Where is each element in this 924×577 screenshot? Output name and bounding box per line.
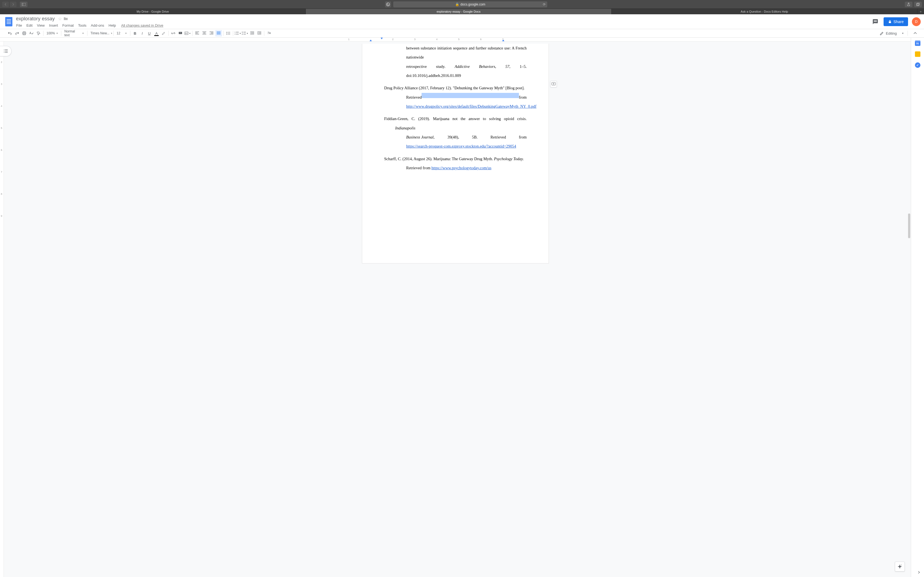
svg-text:A: A	[29, 32, 31, 35]
explore-button[interactable]: +	[895, 562, 905, 572]
tab-docs[interactable]: exploratory essay - Google Docs	[306, 9, 612, 14]
comments-button[interactable]	[871, 17, 880, 26]
menu-edit[interactable]: Edit	[24, 23, 34, 28]
new-tab-button[interactable]: +	[918, 9, 924, 14]
zoom-select[interactable]: 100%▼	[45, 30, 60, 37]
side-panel	[911, 38, 924, 577]
align-right-button[interactable]	[208, 30, 215, 37]
highlight-button[interactable]	[160, 30, 167, 37]
menu-help[interactable]: Help	[107, 23, 118, 28]
svg-text:+: +	[901, 564, 902, 566]
browser-toolbar: 🔒 docs.google.com ⟳	[0, 0, 924, 8]
document-title[interactable]: exploratory essay	[14, 15, 57, 22]
expand-side-panel-icon[interactable]	[918, 571, 920, 574]
horizontal-ruler[interactable]: 1 2 3 4 5 6 7	[0, 38, 911, 42]
insert-image-button[interactable]: ▼	[184, 30, 191, 37]
numbered-list-button[interactable]: 12▼	[234, 30, 241, 37]
docs-header: exploratory essay ☆ File Edit View Inser…	[0, 14, 924, 29]
insert-link-button[interactable]	[170, 30, 176, 37]
align-justify-button[interactable]	[215, 30, 222, 37]
right-indent[interactable]	[502, 40, 504, 41]
share-button[interactable]: Share	[884, 17, 908, 26]
url-bar[interactable]: 🔒 docs.google.com ⟳	[393, 2, 547, 7]
menu-format[interactable]: Format	[60, 23, 76, 28]
tab-drive[interactable]: My Drive - Google Drive	[0, 9, 306, 14]
svg-rect-4	[917, 3, 919, 5]
svg-text:2: 2	[234, 33, 236, 35]
reference-entry[interactable]: Fiddian-Green, C. (2019). Marijuana not …	[384, 114, 527, 151]
reference-link[interactable]: http://www.drugpolicy.org/sites/default/…	[406, 104, 536, 108]
font-size-select[interactable]: 12▼	[115, 30, 129, 37]
grammarly-extension[interactable]	[385, 2, 391, 7]
reference-entry[interactable]: Drug Policy Alliance (2017, February 12)…	[384, 84, 527, 111]
tab-help[interactable]: Ask a Question - Docs Editors Help	[612, 9, 918, 14]
increase-indent-button[interactable]	[256, 30, 263, 37]
browser-tabs: My Drive - Google Drive exploratory essa…	[0, 8, 924, 14]
menu-addons[interactable]: Add-ons	[89, 23, 106, 28]
sidebar-toggle[interactable]	[20, 2, 27, 7]
text-color-button[interactable]: A	[153, 30, 160, 37]
reload-icon[interactable]: ⟳	[543, 2, 546, 6]
underline-button[interactable]: U	[146, 30, 153, 37]
paragraph-style-select[interactable]: Normal text▼	[63, 30, 86, 37]
clear-formatting-button[interactable]: T	[266, 30, 272, 37]
align-center-button[interactable]	[201, 30, 208, 37]
tasks-addon-icon[interactable]	[915, 62, 921, 68]
url-text: docs.google.com	[460, 2, 485, 6]
calendar-addon-icon[interactable]	[915, 40, 921, 46]
insert-comment-button[interactable]: +	[177, 30, 184, 37]
editing-mode-button[interactable]: Editing ▼	[877, 30, 906, 37]
forward-button[interactable]	[10, 2, 16, 7]
docs-logo-icon	[5, 17, 12, 26]
menu-file[interactable]: File	[14, 23, 24, 28]
align-left-button[interactable]	[194, 30, 200, 37]
tabs-browser-button[interactable]	[914, 2, 922, 7]
collapse-toolbar-button[interactable]	[912, 30, 919, 37]
menu-tools[interactable]: Tools	[76, 23, 88, 28]
user-avatar[interactable]: D	[912, 17, 921, 26]
paint-format-button[interactable]	[35, 30, 42, 37]
svg-rect-5	[889, 21, 891, 23]
reference-entry[interactable]: between substance initiation sequence an…	[384, 44, 527, 80]
vertical-ruler[interactable]: 2 3 4 5 6 7 8 9	[0, 42, 4, 577]
reference-link[interactable]: https://www.psychologytoday.com/us	[431, 166, 491, 170]
menu-view[interactable]: View	[35, 23, 47, 28]
italic-button[interactable]: I	[139, 30, 145, 37]
keep-addon-icon[interactable]	[915, 52, 921, 57]
move-folder-icon[interactable]	[63, 17, 68, 21]
svg-point-33	[242, 32, 243, 33]
document-canvas[interactable]: 1 2 3 4 5 6 7 2 3 4 5 6 7 8 9	[0, 38, 911, 577]
left-indent[interactable]	[370, 40, 372, 41]
font-select[interactable]: Times New...▼	[89, 30, 112, 37]
reference-link[interactable]: https://search-proquest-com.ezproxy.stoc…	[406, 144, 516, 148]
svg-text:+: +	[179, 32, 181, 34]
print-button[interactable]	[21, 30, 27, 37]
text-selection	[422, 93, 519, 98]
bold-button[interactable]: B	[132, 30, 138, 37]
scrollbar-thumb[interactable]	[908, 213, 910, 238]
menu-insert[interactable]: Insert	[47, 23, 60, 28]
redo-button[interactable]	[14, 30, 20, 37]
back-button[interactable]	[2, 2, 9, 7]
menu-bar: File Edit View Insert Format Tools Add-o…	[14, 23, 871, 28]
first-line-indent[interactable]	[381, 38, 383, 39]
decrease-indent-button[interactable]	[249, 30, 255, 37]
document-outline-button[interactable]	[0, 46, 11, 56]
undo-button[interactable]	[6, 30, 13, 37]
reference-entry[interactable]: Scharff, C. (2014, August 26). Marijuana…	[384, 155, 527, 173]
docs-home-button[interactable]	[3, 16, 14, 27]
document-page[interactable]: between substance initiation sequence an…	[362, 44, 549, 263]
add-comment-bubble[interactable]	[550, 81, 557, 87]
svg-rect-0	[22, 3, 26, 6]
bulleted-list-button[interactable]: ▼	[242, 30, 248, 37]
svg-text:T: T	[267, 31, 270, 35]
spellcheck-button[interactable]: A	[28, 30, 35, 37]
star-icon[interactable]: ☆	[58, 16, 62, 21]
svg-text:1: 1	[234, 31, 236, 33]
share-browser-button[interactable]	[905, 2, 913, 7]
svg-point-2	[386, 3, 390, 6]
svg-rect-3	[917, 3, 919, 6]
line-spacing-button[interactable]	[225, 30, 231, 37]
save-status[interactable]: All changes saved in Drive	[121, 23, 163, 27]
share-label: Share	[893, 19, 904, 24]
